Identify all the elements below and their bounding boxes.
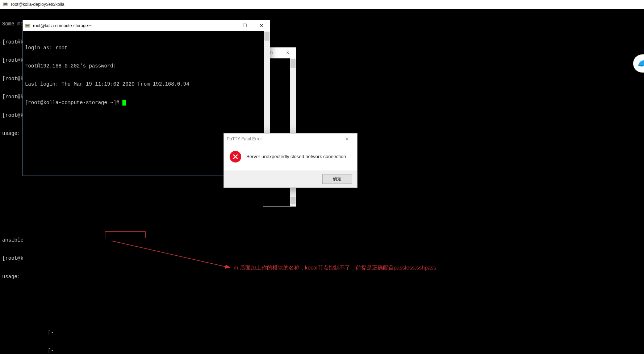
annotation-text: -m 后面加上你的模块的名称，kocal节点控制不了，前提是正确配置passle… xyxy=(232,264,436,271)
error-icon xyxy=(230,151,241,162)
main-window-title: root@kolla-deploy:/etc/kolla xyxy=(11,2,64,7)
close-button[interactable]: ✕ xyxy=(340,136,354,142)
putty-icon xyxy=(25,23,31,29)
term-line: ansible xyxy=(2,237,644,243)
scrollbar-thumb[interactable] xyxy=(290,197,296,204)
close-button[interactable]: ✕ xyxy=(280,48,296,58)
main-window-titlebar: root@kolla-deploy:/etc/kolla xyxy=(0,0,644,9)
dialog-titlebar[interactable]: PuTTY Fatal Error ✕ xyxy=(224,133,357,144)
term-line: login as: root xyxy=(25,45,268,51)
term-line: Last login: Thu Mar 19 11:19:02 2020 fro… xyxy=(25,81,268,87)
svg-line-7 xyxy=(29,24,30,25)
term-line: [- xyxy=(2,330,644,336)
term-line: root@192.168.0.202's password: xyxy=(25,63,268,69)
svg-rect-1 xyxy=(4,3,7,5)
annotation-rectangle xyxy=(105,231,146,238)
term-line: usage: xyxy=(2,274,644,280)
svg-rect-6 xyxy=(26,25,29,26)
maximize-button[interactable]: ☐ xyxy=(237,20,253,31)
scrollbar-thumb[interactable] xyxy=(290,59,296,68)
term-line: [- xyxy=(2,348,644,354)
minimize-button[interactable]: — xyxy=(220,20,237,31)
putty-icon xyxy=(3,1,9,7)
bird-icon xyxy=(636,57,644,70)
close-button[interactable]: ✕ xyxy=(253,20,270,31)
ok-button[interactable]: 确定 xyxy=(322,174,352,184)
front-window-titlebar[interactable]: root@kolla-compute-storage:~ — ☐ ✕ xyxy=(23,20,270,31)
svg-line-2 xyxy=(7,3,8,4)
scrollbar-thumb[interactable] xyxy=(264,32,269,41)
term-line: [root@k xyxy=(2,255,644,262)
dialog-title: PuTTY Fatal Error xyxy=(227,136,340,141)
dialog-message: Server unexpectedly closed network conne… xyxy=(246,154,346,160)
cursor xyxy=(122,100,126,106)
front-window-title: root@kolla-compute-storage:~ xyxy=(33,23,92,28)
putty-fatal-error-dialog[interactable]: PuTTY Fatal Error ✕ Server unexpectedly … xyxy=(223,133,357,188)
term-prompt-line: [root@kolla-compute-storage ~]# xyxy=(25,100,268,106)
